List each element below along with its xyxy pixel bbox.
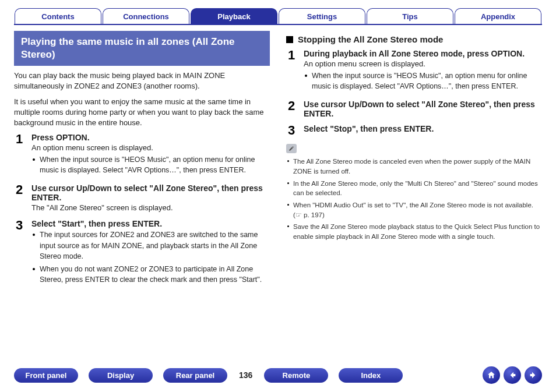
page-number: 136 <box>239 370 252 380</box>
subsection-title: Stopping the All Zone Stereo mode <box>298 34 443 44</box>
step-bullets: The input sources for ZONE2 and ZONE3 ar… <box>31 229 270 285</box>
rstep-2: 2 Use cursor Up/Down to select "All Zone… <box>286 100 542 119</box>
step-number: 3 <box>286 124 297 137</box>
display-button[interactable]: Display <box>89 368 153 383</box>
right-column: Stopping the All Zone Stereo mode 1 Duri… <box>286 31 542 292</box>
subsection-heading: Stopping the All Zone Stereo mode <box>286 34 542 44</box>
note-item: In the All Zone Stereo mode, only the "M… <box>286 179 542 198</box>
next-page-icon[interactable] <box>525 366 542 384</box>
step-title: Select "Stop", then press ENTER. <box>304 124 542 133</box>
step-1: 1 Press OPTION. An option menu screen is… <box>14 133 270 179</box>
step-title: During playback in All Zone Stereo mode,… <box>304 49 542 58</box>
step-title: Select "Start", then press ENTER. <box>31 219 270 228</box>
intro-text-2: It is useful when you want to enjoy the … <box>14 97 270 129</box>
rstep-3: 3 Select "Stop", then press ENTER. <box>286 124 542 137</box>
step-2: 2 Use cursor Up/Down to select "All Zone… <box>14 183 270 214</box>
front-panel-button[interactable]: Front panel <box>14 368 78 383</box>
note-item: The All Zone Stereo mode is canceled eve… <box>286 157 542 176</box>
tab-contents[interactable]: Contents <box>15 8 101 24</box>
home-icon[interactable] <box>483 366 500 384</box>
step-number: 1 <box>14 133 24 179</box>
step-number: 2 <box>286 100 297 119</box>
section-heading: Playing the same music in all zones (All… <box>14 31 270 66</box>
step-title: Press OPTION. <box>31 133 270 142</box>
remote-button[interactable]: Remote <box>264 368 328 383</box>
step-title: Use cursor Up/Down to select "All Zone S… <box>304 100 542 118</box>
bottom-bar: Front panel Display Rear panel 136 Remot… <box>0 366 556 384</box>
step-number: 2 <box>14 183 24 214</box>
bullet: When the input source is "HEOS Music", a… <box>304 70 542 91</box>
step-desc: The "All Zone Stereo" screen is displaye… <box>31 203 270 212</box>
top-tabs: Contents Connections Playback Settings T… <box>14 8 542 25</box>
left-column: Playing the same music in all zones (All… <box>14 31 270 292</box>
tab-settings[interactable]: Settings <box>279 8 365 24</box>
notes-list: The All Zone Stereo mode is canceled eve… <box>286 157 542 241</box>
bullet: The input sources for ZONE2 and ZONE3 ar… <box>31 229 270 261</box>
note-item: Save the All Zone Stereo mode playback s… <box>286 222 542 241</box>
step-desc: An option menu screen is displayed. <box>304 59 542 68</box>
step-title: Use cursor Up/Down to select "All Zone S… <box>31 183 270 202</box>
rear-panel-button[interactable]: Rear panel <box>163 368 227 383</box>
tab-connections[interactable]: Connections <box>103 8 189 24</box>
note-item: When "HDMI Audio Out" is set to "TV", th… <box>286 200 542 220</box>
index-button[interactable]: Index <box>339 368 403 383</box>
note-icon <box>286 144 297 153</box>
step-desc: An option menu screen is displayed. <box>31 143 270 152</box>
intro-text-1: You can play back the music being played… <box>14 70 270 91</box>
bullet: When you do not want ZONE2 or ZONE3 to p… <box>31 264 270 285</box>
step-bullets: When the input source is "HEOS Music", a… <box>31 154 270 175</box>
step-3: 3 Select "Start", then press ENTER. The … <box>14 219 270 288</box>
bullet: When the input source is "HEOS Music", a… <box>31 154 270 175</box>
step-number: 3 <box>14 219 24 288</box>
tab-playback[interactable]: Playback <box>191 8 277 24</box>
tab-tips[interactable]: Tips <box>367 8 453 24</box>
tab-appendix[interactable]: Appendix <box>455 8 541 24</box>
step-number: 1 <box>286 49 297 95</box>
square-bullet-icon <box>286 36 293 43</box>
prev-page-icon[interactable] <box>504 366 521 384</box>
rstep-1: 1 During playback in All Zone Stereo mod… <box>286 49 542 95</box>
step-bullets: When the input source is "HEOS Music", a… <box>304 70 542 91</box>
